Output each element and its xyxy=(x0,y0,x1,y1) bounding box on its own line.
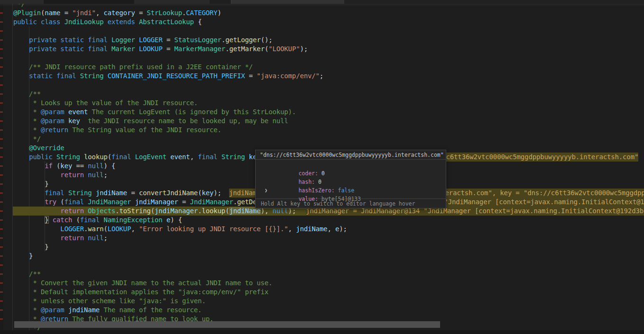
code-token xyxy=(13,189,45,197)
code-token: final xyxy=(111,153,131,161)
tab-fragment[interactable] xyxy=(344,0,644,4)
code-token: return xyxy=(60,171,84,179)
code-line[interactable] xyxy=(0,54,644,63)
code-line[interactable]: * Default implementation applies the "ja… xyxy=(0,288,644,297)
code-text: @Plugin(name = "jndi", category = StrLoo… xyxy=(13,9,221,18)
code-line[interactable]: return null; xyxy=(0,234,644,243)
code-token xyxy=(13,153,29,161)
code-line[interactable] xyxy=(0,27,644,36)
code-token: { xyxy=(194,18,202,26)
code-token xyxy=(13,198,45,206)
code-token: * xyxy=(13,126,41,134)
code-token: , xyxy=(288,225,296,233)
code-token: return xyxy=(60,234,84,242)
code-token xyxy=(103,18,107,26)
code-line[interactable]: */ xyxy=(0,135,644,144)
code-token xyxy=(135,18,139,26)
code-line[interactable]: * @return The String value of the JNDI r… xyxy=(0,126,644,135)
tab-fragment-active[interactable] xyxy=(231,0,344,4)
code-token: ) { xyxy=(103,162,115,170)
code-line[interactable]: * unless other scheme like "java:" is gi… xyxy=(0,297,644,306)
code-token: lookup xyxy=(84,153,108,161)
code-line[interactable] xyxy=(0,81,644,90)
code-token xyxy=(108,36,111,44)
code-token: StatusLogger xyxy=(175,36,221,44)
horizontal-scrollbar-thumb[interactable] xyxy=(14,321,440,328)
code-line[interactable]: private static final Logger LOGGER = Sta… xyxy=(0,36,644,45)
code-line[interactable]: } xyxy=(0,243,644,252)
code-line[interactable]: private static final Marker LOOKUP = Mar… xyxy=(0,45,644,54)
code-token: convertJndiName xyxy=(139,189,198,197)
code-text: * Convert the given JNDI name to the act… xyxy=(13,279,272,288)
code-token: = xyxy=(163,45,175,53)
code-text: LOGGER.warn(LOOKUP, "Error looking up JN… xyxy=(13,225,347,234)
code-token: ( xyxy=(72,216,80,224)
code-token: ( xyxy=(41,9,45,17)
code-token: LOGGER xyxy=(60,225,84,233)
code-token xyxy=(131,198,135,206)
code-text: public String lookup(final LogEvent even… xyxy=(13,153,273,162)
code-line[interactable]: * @param key the JNDI resource name to b… xyxy=(0,117,644,126)
code-token: e xyxy=(166,216,170,224)
code-line[interactable]: public class JndiLookup extends Abstract… xyxy=(0,18,644,27)
code-token: JndiLookup xyxy=(64,18,104,26)
code-text: return null; xyxy=(13,171,108,180)
code-token: * unless other scheme like "java:" is gi… xyxy=(13,297,206,305)
code-token: ; xyxy=(103,171,107,179)
code-line[interactable] xyxy=(0,261,644,270)
tab-fragment[interactable] xyxy=(0,0,44,4)
code-token: LogEvent xyxy=(135,153,166,161)
code-line[interactable]: * @param jndiName The name of the resour… xyxy=(0,306,644,315)
code-token: String xyxy=(68,189,92,197)
code-line[interactable]: static final String CONTAINER_JNDI_RESOU… xyxy=(0,72,644,81)
debug-hover-value[interactable]: "dns://c6tt36w2vtc0000wc5mggdppbuwyyyyyb… xyxy=(256,150,446,160)
code-token: jndiName xyxy=(68,306,100,314)
code-line[interactable]: * Convert the given JNDI name to the act… xyxy=(0,279,644,288)
code-text: private static final Marker LOOKUP = Mar… xyxy=(13,45,308,54)
code-token: JndiManager xyxy=(190,198,233,206)
code-token: The String value of the JNDI resource. xyxy=(68,126,221,134)
code-token: ( xyxy=(108,153,111,161)
code-token: . xyxy=(233,198,237,206)
debug-hover-tree: coder: 0 hash: 0 hashIsZero: false ❯valu… xyxy=(256,161,446,199)
code-token: @return xyxy=(41,126,68,134)
code-text: * @return The String value of the JNDI r… xyxy=(13,126,221,135)
code-text: final String jndiName = convertJndiName(… xyxy=(13,189,221,198)
code-token: CATEGORY xyxy=(186,9,217,17)
code-token: event xyxy=(68,108,88,116)
code-text: */ xyxy=(13,135,41,144)
code-token: return xyxy=(60,207,84,215)
code-line[interactable]: * @param event The current LogEvent (is … xyxy=(0,108,644,117)
code-token xyxy=(108,45,111,53)
code-line[interactable]: /** JNDI resource path prefix used in a … xyxy=(0,63,644,72)
code-token: The current LogEvent (is ignored by this… xyxy=(88,108,296,116)
code-line[interactable]: /** xyxy=(0,90,644,99)
code-token xyxy=(13,162,45,170)
chevron-right-icon[interactable]: ❯ xyxy=(265,186,267,195)
code-line[interactable]: LOGGER.warn(LOOKUP, "Error looking up JN… xyxy=(0,225,644,234)
code-token xyxy=(64,108,68,116)
code-token xyxy=(13,234,60,242)
debug-hover-property-expandable[interactable]: ❯value: byte[54]@133 xyxy=(256,186,446,195)
code-token xyxy=(13,207,60,215)
code-token: ) { xyxy=(170,216,182,224)
code-token xyxy=(166,153,170,161)
code-token: /** xyxy=(13,90,41,98)
code-token: , xyxy=(96,9,104,17)
tab-fragment[interactable] xyxy=(134,0,210,4)
code-token: StrLookup xyxy=(147,9,183,17)
code-token xyxy=(64,117,68,125)
code-text: return Objects.toString(jndiManager.look… xyxy=(13,207,296,216)
code-line[interactable]: } catch (final NamingException e) { xyxy=(0,216,644,225)
code-token: static xyxy=(60,36,84,44)
code-line[interactable]: * Looks up the value of the JNDI resourc… xyxy=(0,99,644,108)
tab-fragment[interactable] xyxy=(44,0,134,4)
code-token: public xyxy=(13,18,37,26)
code-token: public xyxy=(29,153,53,161)
code-line[interactable]: @Plugin(name = "jndi", category = StrLoo… xyxy=(0,9,644,18)
code-line[interactable]: } xyxy=(0,252,644,261)
code-line[interactable]: /** xyxy=(0,270,644,279)
code-token: = xyxy=(135,9,147,17)
code-token: LOOKUP xyxy=(139,45,163,53)
code-token: */ xyxy=(13,135,41,143)
